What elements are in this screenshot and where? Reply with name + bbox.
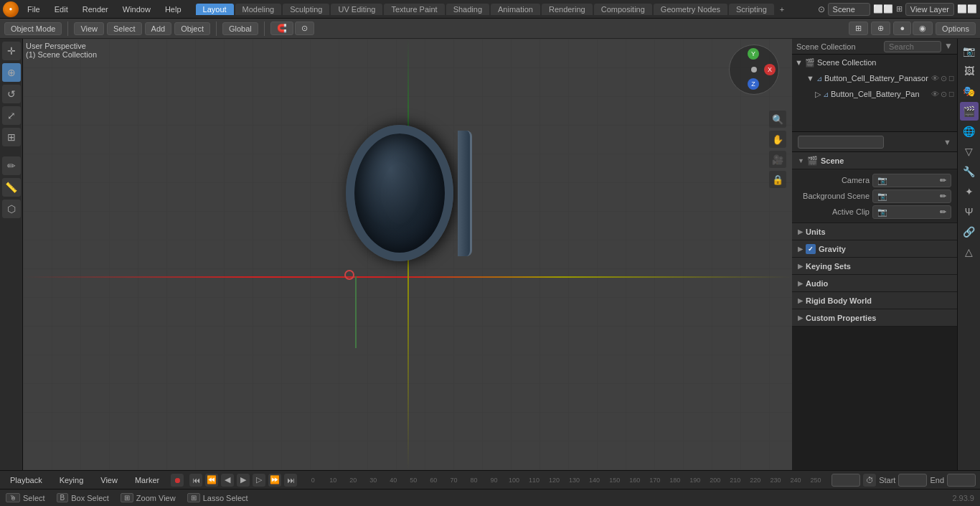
outliner-search[interactable] [884, 41, 941, 52]
menu-file[interactable]: File [22, 4, 46, 15]
tab-geometry-nodes[interactable]: Geometry Nodes [654, 4, 727, 15]
transform-global[interactable]: Global [222, 22, 258, 35]
tab-modeling[interactable]: Modeling [235, 4, 282, 15]
frame-clock-btn[interactable]: ⏱ [863, 474, 876, 487]
item-select-0[interactable]: ◻ [948, 74, 954, 83]
timeline-playback-menu[interactable]: Playback [4, 474, 48, 486]
object-menu[interactable]: Object [174, 22, 210, 35]
background-scene-value[interactable]: 📷 ✏ [872, 189, 951, 203]
tab-animation[interactable]: Animation [491, 4, 540, 15]
viewport-zoom-btn[interactable]: 🔍 [769, 111, 786, 128]
rigid-body-section-header[interactable]: ▶ Rigid Body World [792, 292, 957, 309]
scene-selector[interactable]: Scene [828, 3, 870, 16]
overlay-btn[interactable]: ⊞ [849, 22, 868, 35]
item-render-1[interactable]: ⊙ [941, 90, 947, 99]
object-mode-selector[interactable]: Object Mode [4, 22, 62, 35]
add-menu[interactable]: Add [145, 22, 172, 35]
record-btn[interactable]: ⏺ [171, 474, 184, 487]
viewport-lock-btn[interactable]: 🔒 [769, 171, 786, 188]
jump-start-btn[interactable]: ⏮ [189, 474, 202, 487]
snap-btn[interactable]: 🧲 [270, 22, 293, 35]
timeline-keying-menu[interactable]: Keying [54, 474, 90, 486]
props-filter[interactable]: ▼ [943, 138, 951, 146]
physics-props-btn[interactable]: Ψ [960, 202, 979, 221]
jump-end-btn[interactable]: ⏭ [284, 474, 297, 487]
tab-rendering[interactable]: Rendering [542, 4, 593, 15]
gizmo-z-axis[interactable]: Z [748, 78, 759, 90]
menu-render[interactable]: Render [77, 4, 114, 15]
object-props-btn[interactable]: ▽ [960, 142, 979, 161]
current-frame-input[interactable]: 1 [831, 474, 860, 487]
timeline-track[interactable]: 0 10 20 30 40 50 60 70 80 90 100 110 120… [303, 477, 826, 484]
next-frame-btn[interactable]: ▷ [253, 474, 265, 487]
select-menu[interactable]: Select [107, 22, 142, 35]
viewport[interactable]: User Perspective (1) Scene Collection X … [23, 39, 792, 470]
world-props-btn[interactable]: 🌐 [960, 122, 979, 141]
viewport-pan-btn[interactable]: ✋ [769, 131, 786, 148]
solid-shading[interactable]: ● [893, 22, 911, 35]
tab-texture-paint[interactable]: Texture Paint [384, 4, 444, 15]
menu-help[interactable]: Help [159, 4, 187, 15]
timeline-view-menu[interactable]: View [95, 474, 123, 486]
prev-frame-btn[interactable]: ◀ [221, 474, 234, 487]
prev-keyframe-btn[interactable]: ⏪ [205, 474, 218, 487]
tab-uv-editing[interactable]: UV Editing [331, 4, 382, 15]
tab-shading[interactable]: Shading [446, 4, 489, 15]
view-menu[interactable]: View [74, 22, 104, 35]
measure-tool[interactable]: 📏 [2, 178, 21, 197]
units-section-header[interactable]: ▶ Units [792, 223, 957, 240]
play-btn[interactable]: ▶ [237, 474, 250, 487]
gizmo-btn[interactable]: ⊕ [871, 22, 890, 35]
gizmo-y-axis[interactable]: Y [748, 48, 759, 60]
menu-edit[interactable]: Edit [49, 4, 74, 15]
gravity-section-header[interactable]: ▶ ✓ Gravity [792, 240, 957, 258]
tab-layout[interactable]: Layout [196, 4, 234, 15]
custom-props-section-header[interactable]: ▶ Custom Properties [792, 309, 957, 327]
audio-section-header[interactable]: ▶ Audio [792, 275, 957, 292]
proportional-btn[interactable]: ⊙ [295, 22, 314, 35]
outliner-filter-icon[interactable]: ▼ [944, 41, 953, 52]
add-object-tool[interactable]: ⬡ [2, 200, 21, 218]
gizmo-x-axis[interactable]: X [764, 64, 776, 75]
scene-props-btn[interactable]: 🎬 [960, 102, 979, 121]
menu-window[interactable]: Window [117, 4, 156, 15]
view-layer-props-btn[interactable]: 🎭 [960, 82, 979, 100]
item-visibility-1[interactable]: 👁 [931, 90, 939, 99]
item-visibility-0[interactable]: 👁 [931, 74, 939, 83]
outliner-item-0[interactable]: ▼ ⊿ Button_Cell_Battery_Panasor 👁 ⊙ ◻ [792, 70, 957, 86]
transform-tool[interactable]: ⊞ [2, 128, 21, 146]
workspace-add-button[interactable]: + [776, 4, 788, 15]
next-keyframe-btn[interactable]: ⏩ [268, 474, 281, 487]
scene-section-header[interactable]: ▼ 🎬 Scene [792, 152, 957, 169]
annotate-tool[interactable]: ✏ [2, 156, 21, 175]
constraints-props-btn[interactable]: 🔗 [960, 222, 979, 241]
start-frame-input[interactable]: 1 [898, 474, 927, 487]
item-render-0[interactable]: ⊙ [941, 74, 947, 83]
gizmo-circle[interactable]: X Y Z [729, 44, 779, 95]
move-tool[interactable]: ⊕ [2, 63, 21, 82]
view-layer-selector[interactable]: View Layer [905, 3, 954, 16]
modifier-props-btn[interactable]: 🔧 [960, 162, 979, 181]
data-props-btn[interactable]: △ [960, 243, 979, 261]
rotate-tool[interactable]: ↺ [2, 85, 21, 103]
props-search[interactable] [798, 136, 884, 149]
tab-sculpting[interactable]: Sculpting [283, 4, 329, 15]
outliner-item-1[interactable]: ▷ ⊿ Button_Cell_Battery_Pan 👁 ⊙ ◻ [792, 86, 957, 102]
camera-value[interactable]: 📷 ✏ [872, 174, 951, 187]
viewport-camera-btn[interactable]: 🎥 [769, 151, 786, 168]
timeline-marker-menu[interactable]: Marker [129, 474, 165, 486]
cursor-tool[interactable]: ✛ [2, 42, 21, 60]
render-props-btn[interactable]: 📷 [960, 42, 979, 60]
end-frame-input[interactable]: 250 [947, 474, 976, 487]
outliner-scene-collection[interactable]: ▼ 🎬 Scene Collection [792, 55, 957, 70]
keying-sets-section-header[interactable]: ▶ Keying Sets [792, 258, 957, 275]
tab-scripting[interactable]: Scripting [729, 4, 774, 15]
item-select-1[interactable]: ◻ [948, 90, 954, 99]
scale-tool[interactable]: ⤢ [2, 106, 21, 125]
output-props-btn[interactable]: 🖼 [960, 62, 979, 80]
options-btn[interactable]: Options [936, 22, 976, 35]
particles-props-btn[interactable]: ✦ [960, 182, 979, 201]
tab-compositing[interactable]: Compositing [594, 4, 652, 15]
active-clip-value[interactable]: 📷 ✏ [872, 205, 951, 219]
navigation-gizmo[interactable]: X Y Z [729, 44, 786, 102]
